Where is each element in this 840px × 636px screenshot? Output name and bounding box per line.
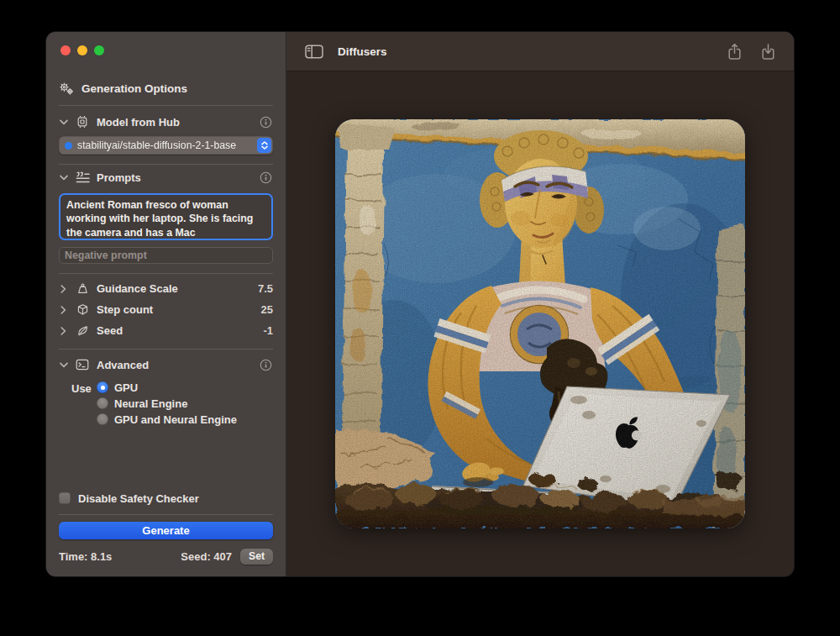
model-section-label: Model from Hub [97, 116, 180, 129]
app-window: Generation Options Model from Hub [46, 32, 794, 576]
zoom-button[interactable] [94, 45, 104, 55]
sidebar-spacer [59, 425, 273, 490]
divider [59, 105, 273, 106]
prompt-field-wrap: Ancient Roman fresco of woman working wi… [59, 193, 273, 240]
download-icon[interactable] [761, 43, 775, 60]
model-status-dot [65, 142, 72, 150]
scale-icon [75, 282, 90, 295]
terminal-icon [75, 359, 90, 371]
param-label: Step count [97, 303, 153, 316]
generate-button[interactable]: Generate [59, 522, 273, 539]
safety-checker-label: Disable Safety Checker [78, 492, 199, 505]
radio-0[interactable]: GPU [97, 381, 237, 393]
close-button[interactable] [60, 45, 71, 55]
model-chip-icon [75, 115, 90, 129]
divider [59, 164, 273, 165]
model-info-icon[interactable] [258, 116, 273, 129]
sidebar-toggle-icon[interactable] [305, 45, 323, 59]
param-row-guidance-scale[interactable]: Guidance Scale 7.5 [59, 278, 273, 299]
radio-label: Neural Engine [114, 397, 187, 410]
seed-leaf-icon [75, 324, 90, 337]
prompts-quote-icon [75, 171, 90, 183]
gears-icon [59, 81, 74, 96]
prompts-info-icon[interactable] [258, 171, 273, 184]
generated-image[interactable] [335, 119, 745, 528]
sidebar: Generation Options Model from Hub [46, 32, 286, 576]
radio-1[interactable]: Neural Engine [97, 397, 237, 409]
param-value: 7.5 [258, 282, 273, 295]
share-icon[interactable] [727, 43, 742, 60]
radio-label: GPU and Neural Engine [114, 413, 237, 426]
safety-checker-row[interactable]: Disable Safety Checker [59, 490, 273, 507]
prompt-input[interactable]: Ancient Roman fresco of woman working wi… [61, 196, 270, 238]
set-seed-button[interactable]: Set [240, 549, 273, 565]
prompts-section-header[interactable]: Prompts [59, 167, 273, 187]
main-pane: Diffusers [286, 32, 794, 576]
window-title: Diffusers [338, 45, 387, 58]
time-status: Time: 8.1s [59, 550, 112, 563]
desktop: Generation Options Model from Hub [0, 0, 840, 636]
radio-icon [97, 381, 108, 393]
compute-unit-group: Use GPU Neural Engine GPU and Neural Eng… [71, 381, 273, 425]
param-row-step-count[interactable]: Step count 25 [59, 299, 273, 320]
param-value: 25 [261, 303, 273, 316]
chevron-down-icon [59, 175, 68, 181]
model-section-header[interactable]: Model from Hub [59, 112, 273, 132]
radio-2[interactable]: GPU and Neural Engine [97, 413, 237, 425]
param-row-seed[interactable]: Seed -1 [59, 320, 273, 341]
divider [59, 273, 273, 274]
window-controls [60, 45, 271, 55]
param-value: -1 [263, 324, 273, 337]
prompts-section-label: Prompts [97, 171, 141, 184]
status-bar: Time: 8.1s Seed: 407 Set [59, 548, 273, 576]
dropdown-stepper-icon [257, 138, 271, 153]
chevron-right-icon [59, 306, 68, 314]
generation-options-label: Generation Options [81, 82, 187, 95]
chevron-down-icon [59, 119, 68, 125]
advanced-info-icon[interactable] [258, 359, 273, 371]
canvas-area [286, 71, 794, 576]
minimize-button[interactable] [77, 45, 87, 55]
negative-prompt-input[interactable] [59, 247, 273, 264]
model-select-value: stabilityai/stable-diffusion-2-1-base [77, 139, 236, 151]
advanced-section-label: Advanced [97, 359, 149, 371]
steps-cube-icon [75, 303, 90, 316]
radio-icon [97, 397, 108, 409]
radio-icon [97, 413, 108, 425]
generation-options-header: Generation Options [59, 81, 273, 96]
advanced-section-header[interactable]: Advanced [59, 355, 273, 375]
chevron-right-icon [59, 285, 68, 293]
use-label: Use [71, 381, 97, 395]
seed-status: Seed: 407 [181, 550, 232, 563]
param-label: Guidance Scale [97, 282, 178, 295]
divider [59, 514, 273, 515]
radio-label: GPU [114, 381, 138, 394]
model-select-dropdown[interactable]: stabilityai/stable-diffusion-2-1-base [59, 136, 273, 155]
divider [59, 349, 273, 350]
chevron-down-icon [59, 362, 68, 368]
param-label: Seed [97, 324, 123, 337]
titlebar: Diffusers [286, 32, 794, 71]
checkbox-icon[interactable] [59, 492, 71, 504]
chevron-right-icon [59, 327, 68, 335]
